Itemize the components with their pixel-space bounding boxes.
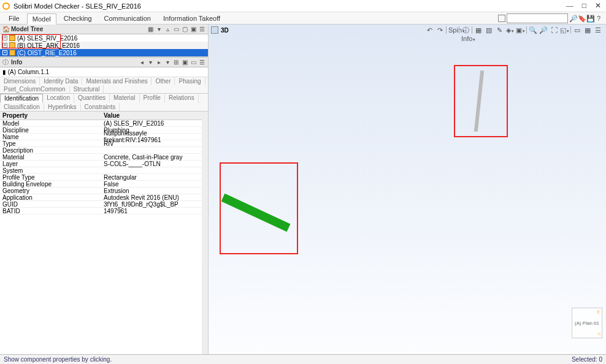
tool-expand-icon[interactable]: ▾ bbox=[155, 26, 163, 33]
property-value: Rectangular bbox=[101, 174, 202, 181]
info-zoom-icon[interactable]: ▣ bbox=[181, 59, 188, 66]
save-icon[interactable]: 💾 bbox=[586, 15, 594, 22]
zoom-sel-icon[interactable]: ◱ bbox=[560, 26, 569, 34]
search-input[interactable] bbox=[507, 13, 568, 23]
nav-home-icon[interactable]: ⌂ bbox=[597, 331, 600, 336]
property-row[interactable]: BATID1497961 bbox=[0, 208, 202, 214]
search-icon[interactable] bbox=[498, 15, 505, 22]
info-add-icon[interactable]: ⊞ bbox=[172, 59, 180, 66]
property-row[interactable]: LayerS-COLS-____-OTLN bbox=[0, 161, 202, 167]
redo-icon[interactable]: ↷ bbox=[435, 26, 444, 34]
view-dropdown[interactable]: ▣ bbox=[516, 26, 524, 34]
property-row[interactable]: Profile TypeRectangular bbox=[0, 174, 202, 181]
tab-location[interactable]: Location bbox=[43, 94, 74, 103]
property-row[interactable]: GUID3fYt6_fU9DnB_rQ3g$L_BP bbox=[0, 201, 202, 208]
tab-classification[interactable]: Classification bbox=[0, 103, 44, 111]
expander-icon[interactable]: + bbox=[2, 43, 7, 48]
tool-select-icon[interactable]: ▦ bbox=[147, 26, 154, 33]
tab-identity-data[interactable]: Identity Data bbox=[40, 77, 82, 85]
tab-phasing[interactable]: Phasing bbox=[175, 77, 205, 85]
tab-relations[interactable]: Relations bbox=[165, 94, 199, 103]
tab-dimensions[interactable]: Dimensions bbox=[0, 77, 40, 85]
property-grid[interactable]: Property Value Model(A) SLES_RIV_E2016Di… bbox=[0, 112, 202, 354]
spin-dropdown[interactable]: Spin bbox=[448, 26, 457, 34]
zoom-out-icon[interactable]: 🔎 bbox=[539, 26, 548, 34]
tool-collapse-icon[interactable]: ▵ bbox=[164, 26, 171, 33]
zoom-in-icon[interactable]: 🔍 bbox=[529, 26, 537, 34]
model-icon bbox=[9, 50, 15, 56]
menu-information-takeoff[interactable]: Information Takeoff bbox=[158, 13, 225, 23]
menu-model[interactable]: Model bbox=[27, 13, 56, 25]
tab-profile[interactable]: Profile bbox=[140, 94, 165, 103]
component-icon: ▮ bbox=[2, 69, 6, 75]
presentation-icon[interactable]: ▭ bbox=[573, 26, 581, 34]
tab-materials-finishes[interactable]: Materials and Finishes bbox=[82, 77, 152, 85]
nav-fwd-icon[interactable]: ▸ bbox=[155, 59, 163, 66]
tree-item-a[interactable]: + (A) SLES_RIV_E2016 bbox=[0, 34, 208, 42]
nav-back-icon[interactable]: ◂ bbox=[138, 59, 145, 66]
tab-other[interactable]: Other bbox=[152, 77, 175, 85]
section-icon[interactable]: ▧ bbox=[485, 26, 493, 34]
markup-icon[interactable]: ✎ bbox=[495, 26, 504, 34]
minimize-button[interactable]: — bbox=[566, 1, 573, 10]
tab-hyperlinks[interactable]: Hyperlinks bbox=[44, 103, 81, 111]
property-row[interactable]: TypeRIV bbox=[0, 140, 202, 147]
help-icon[interactable]: ? bbox=[595, 15, 602, 22]
property-row[interactable]: MaterialConcrete, Cast-in-Place gray bbox=[0, 154, 202, 161]
tree-item-b[interactable]: + (B) OLTE_ARK_E2016 bbox=[0, 42, 208, 49]
property-value: S-COLS-____-OTLN bbox=[101, 161, 202, 167]
maximize-button[interactable]: □ bbox=[582, 1, 586, 10]
tab-pset-column[interactable]: Pset_ColumnCommon bbox=[0, 85, 70, 93]
maximize-icon[interactable]: ☰ bbox=[594, 26, 602, 34]
info-hide-icon[interactable]: ▭ bbox=[190, 59, 197, 66]
cube-icon[interactable] bbox=[211, 26, 218, 34]
menu-checking[interactable]: Checking bbox=[59, 13, 97, 23]
expander-icon[interactable]: + bbox=[2, 36, 7, 40]
property-row[interactable]: NameNullpunktssøyle firekant:RIV:1497961 bbox=[0, 134, 202, 140]
nav-dd2-icon[interactable]: ▾ bbox=[164, 59, 171, 66]
tree-item-c[interactable]: + (C) OIST_RIE_E2016 bbox=[0, 49, 208, 56]
tab-identification[interactable]: Identification bbox=[0, 94, 43, 103]
nav-cube[interactable]: (A) Plan 01 ⇧ ⌂ bbox=[572, 308, 602, 338]
tool-menu-icon[interactable]: ☰ bbox=[198, 26, 205, 33]
info-menu-icon[interactable]: ☰ bbox=[198, 59, 205, 66]
model-icon bbox=[9, 35, 15, 41]
model-icon bbox=[9, 42, 15, 48]
viewport-3d[interactable]: 3D ↶ ↷ Spin ⓘ Info ▦ ▧ ✎ ◈ ▣ 🔍 🔎 ⛶ ◱ ▭ ▦… bbox=[209, 25, 606, 354]
menu-file[interactable]: File bbox=[4, 13, 25, 23]
property-row[interactable]: Description bbox=[0, 147, 202, 154]
tool-show-icon[interactable]: ▭ bbox=[172, 26, 180, 33]
model-tree-title: Model Tree bbox=[11, 26, 43, 32]
visual-dropdown[interactable]: ◈ bbox=[505, 26, 514, 34]
nav-dd-icon[interactable]: ▾ bbox=[147, 59, 154, 66]
tool-isolate-icon[interactable]: ▣ bbox=[190, 26, 197, 33]
scrollbar[interactable] bbox=[202, 112, 208, 354]
zoom-fit-icon[interactable]: ⛶ bbox=[550, 26, 558, 34]
expander-icon[interactable]: + bbox=[2, 50, 7, 55]
property-key: Name bbox=[0, 134, 101, 140]
grid-icon[interactable]: ▦ bbox=[583, 26, 592, 34]
tab-constraints[interactable]: Constraints bbox=[81, 103, 120, 111]
tab-quantities[interactable]: Quantities bbox=[74, 94, 110, 103]
model-tree-wrap: + (A) SLES_RIV_E2016 + (B) OLTE_ARK_E201… bbox=[0, 34, 208, 56]
property-row[interactable]: Model(A) SLES_RIV_E2016 bbox=[0, 120, 202, 127]
model-tree-tools: ▦ ▾ ▵ ▭ ▢ ▣ ☰ bbox=[147, 26, 205, 33]
info-dropdown[interactable]: ⓘ Info bbox=[461, 26, 470, 34]
menu-communication[interactable]: Communication bbox=[99, 13, 156, 23]
clip-icon[interactable]: ▦ bbox=[474, 26, 483, 34]
bookmark-icon[interactable]: 🔖 bbox=[578, 15, 585, 22]
viewport-title: 3D bbox=[221, 27, 229, 34]
property-row[interactable]: Building EnvelopeFalse bbox=[0, 181, 202, 188]
tab-structural[interactable]: Structural bbox=[70, 85, 104, 93]
undo-icon[interactable]: ↶ bbox=[425, 26, 434, 34]
status-bar: Show component properties by clicking. S… bbox=[0, 354, 606, 364]
property-row[interactable]: ApplicationAutodesk Revit 2016 (ENU) bbox=[0, 194, 202, 201]
property-row[interactable]: System bbox=[0, 167, 202, 174]
nav-up-icon[interactable]: ⇧ bbox=[596, 309, 600, 315]
tab-material[interactable]: Material bbox=[110, 94, 140, 103]
search-go-icon[interactable]: 🔎 bbox=[569, 15, 577, 22]
tool-hide-icon[interactable]: ▢ bbox=[181, 26, 188, 33]
property-row[interactable]: GeometryExtrusion bbox=[0, 188, 202, 194]
model-tree[interactable]: + (A) SLES_RIV_E2016 + (B) OLTE_ARK_E201… bbox=[0, 34, 208, 56]
close-button[interactable]: ✕ bbox=[595, 1, 601, 10]
